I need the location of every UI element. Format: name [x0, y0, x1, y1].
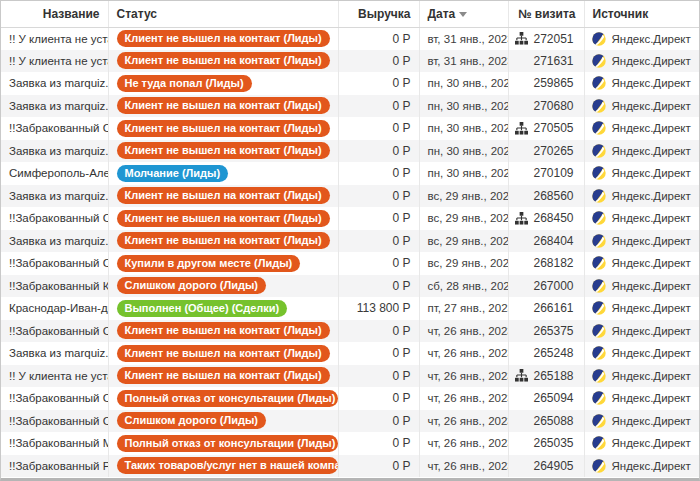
revenue-value: 0 Р	[338, 95, 419, 118]
column-header-revenue[interactable]: Выручка	[338, 1, 419, 27]
status-cell: Клиент не вышел на контакт (Лиды)	[108, 117, 338, 140]
table-row[interactable]: Заявка из marquiz.ru... Клиент не вышел …	[1, 185, 699, 208]
lead-name[interactable]: !!Забракованный Си...	[1, 252, 108, 275]
yandex-direct-icon	[592, 459, 606, 473]
visit-number: 270109	[533, 166, 573, 180]
status-cell: Молчание (Лиды)	[108, 162, 338, 185]
status-cell: Полный отказ от консультации (Лиды)	[108, 387, 338, 410]
lead-name[interactable]: Заявка из marquiz.ru...	[1, 72, 108, 95]
table-row[interactable]: Краснодар-Иван-ди... Выполнен (Общее) (С…	[1, 297, 699, 320]
source-cell: Яндекс.Директ	[584, 342, 699, 365]
lead-name[interactable]: !! У клиента не устан...	[1, 50, 108, 73]
source-label: Яндекс.Директ	[612, 167, 691, 179]
date-value: вт, 31 янв., 2023 ...	[419, 50, 508, 73]
visit-cell: 265088	[508, 410, 584, 433]
source-cell: Яндекс.Директ	[584, 140, 699, 163]
lead-name[interactable]: !!Забракованный Си...	[1, 207, 108, 230]
visit-cell: 265375	[508, 320, 584, 343]
revenue-value: 0 Р	[338, 432, 419, 455]
status-cell: Клиент не вышел на контакт (Лиды)	[108, 230, 338, 253]
status-badge: Купили в другом месте (Лиды)	[117, 255, 301, 272]
table-row[interactable]: Симферополь-Алекс... Молчание (Лиды) 0 Р…	[1, 162, 699, 185]
status-cell: Клиент не вышел на контакт (Лиды)	[108, 320, 338, 343]
yandex-direct-icon	[592, 211, 606, 225]
column-header-status[interactable]: Статус	[108, 1, 338, 27]
table-row[interactable]: !!Забракованный Си... Клиент не вышел на…	[1, 320, 699, 343]
lead-name[interactable]: !!Забракованный М...	[1, 432, 108, 455]
status-cell: Клиент не вышел на контакт (Лиды)	[108, 50, 338, 73]
date-value: пт, 27 янв., 2023 ...	[419, 297, 508, 320]
revenue-value: 0 Р	[338, 365, 419, 388]
table-row[interactable]: !!Забракованный Си... Клиент не вышел на…	[1, 207, 699, 230]
source-label: Яндекс.Директ	[612, 55, 691, 67]
yandex-direct-icon	[592, 189, 606, 203]
visit-number: 265375	[533, 324, 573, 338]
source-cell: Яндекс.Директ	[584, 365, 699, 388]
yandex-direct-icon	[592, 391, 606, 405]
status-badge: Клиент не вышел на контакт (Лиды)	[117, 97, 330, 114]
date-value: чт, 26 янв., 2023 ...	[419, 387, 508, 410]
status-badge: Клиент не вышел на контакт (Лиды)	[117, 322, 330, 339]
revenue-value: 0 Р	[338, 72, 419, 95]
status-cell: Не туда попал (Лиды)	[108, 72, 338, 95]
lead-name[interactable]: !!Забракованный Си...	[1, 320, 108, 343]
visit-number: 265094	[533, 391, 573, 405]
table-row[interactable]: !! У клиента не устан... Клиент не вышел…	[1, 27, 699, 50]
visit-number: 265088	[533, 414, 573, 428]
status-cell: Клиент не вышел на контакт (Лиды)	[108, 95, 338, 118]
table-row[interactable]: Заявка из marquiz.ru... Клиент не вышел …	[1, 140, 699, 163]
table-row[interactable]: Заявка из marquiz.ru... Клиент не вышел …	[1, 342, 699, 365]
table-row[interactable]: !!Забракованный М... Полный отказ от кон…	[1, 432, 699, 455]
date-value: пн, 30 янв., 2023...	[419, 140, 508, 163]
source-cell: Яндекс.Директ	[584, 252, 699, 275]
table-row[interactable]: !!Забракованный Кр... Слишком дорого (Ли…	[1, 275, 699, 298]
visit-number: 265035	[533, 436, 573, 450]
yandex-direct-icon	[592, 346, 606, 360]
column-header-name[interactable]: Название	[1, 1, 108, 27]
table-row[interactable]: !! У клиента не устан... Клиент не вышел…	[1, 365, 699, 388]
lead-name[interactable]: !! У клиента не устан...	[1, 365, 108, 388]
lead-name[interactable]: Заявка из marquiz.ru...	[1, 342, 108, 365]
source-label: Яндекс.Директ	[612, 33, 691, 45]
visit-cell: 270109	[508, 162, 584, 185]
column-header-visit[interactable]: № визита	[508, 1, 584, 27]
column-header-source[interactable]: Источник	[584, 1, 699, 27]
status-badge: Выполнен (Общее) (Сделки)	[117, 300, 288, 317]
lead-name[interactable]: !! У клиента не устан...	[1, 27, 108, 50]
status-badge: Клиент не вышел на контакт (Лиды)	[117, 232, 330, 249]
date-value: пн, 30 янв., 2023...	[419, 162, 508, 185]
visit-number: 264905	[533, 459, 573, 473]
table-row[interactable]: Заявка из marquiz.ru... Не туда попал (Л…	[1, 72, 699, 95]
source-label: Яндекс.Директ	[612, 280, 691, 292]
table-row[interactable]: Заявка из marquiz.ru... Клиент не вышел …	[1, 95, 699, 118]
table-row[interactable]: !!Забракованный Со... Слишком дорого (Ли…	[1, 410, 699, 433]
hierarchy-icon	[515, 369, 528, 382]
source-label: Яндекс.Директ	[612, 437, 691, 449]
status-badge: Клиент не вышел на контакт (Лиды)	[117, 142, 330, 159]
table-row[interactable]: !!Забракованный Си... Клиент не вышел на…	[1, 117, 699, 140]
lead-name[interactable]: Заявка из marquiz.ru...	[1, 140, 108, 163]
lead-name[interactable]: Заявка из marquiz.ru...	[1, 95, 108, 118]
lead-name[interactable]: Краснодар-Иван-ди...	[1, 297, 108, 320]
table-row[interactable]: !!Забракованный Си... Полный отказ от ко…	[1, 387, 699, 410]
visit-cell: 265188	[508, 365, 584, 388]
table-row[interactable]: !!Забракованный Си... Купили в другом ме…	[1, 252, 699, 275]
visit-cell: 265248	[508, 342, 584, 365]
date-value: чт, 26 янв., 2023 ...	[419, 455, 508, 478]
lead-name[interactable]: Заявка из marquiz.ru...	[1, 185, 108, 208]
lead-name[interactable]: !!Забракованный Со...	[1, 410, 108, 433]
revenue-value: 113 800 Р	[338, 297, 419, 320]
table-row[interactable]: !! У клиента не устан... Клиент не вышел…	[1, 50, 699, 73]
yandex-direct-icon	[592, 121, 606, 135]
table-row[interactable]: Заявка из marquiz.ru... Клиент не вышел …	[1, 230, 699, 253]
lead-name[interactable]: Симферополь-Алекс...	[1, 162, 108, 185]
lead-name[interactable]: !!Забракованный Ро...	[1, 455, 108, 478]
lead-name[interactable]: !!Забракованный Кр...	[1, 275, 108, 298]
source-cell: Яндекс.Директ	[584, 320, 699, 343]
table-row[interactable]: !!Забракованный Ро... Таких товаров/услу…	[1, 455, 699, 478]
column-header-date[interactable]: Дата	[419, 1, 508, 27]
lead-name[interactable]: !!Забракованный Си...	[1, 117, 108, 140]
lead-name[interactable]: !!Забракованный Си...	[1, 387, 108, 410]
lead-name[interactable]: Заявка из marquiz.ru...	[1, 230, 108, 253]
visit-cell: 268560	[508, 185, 584, 208]
